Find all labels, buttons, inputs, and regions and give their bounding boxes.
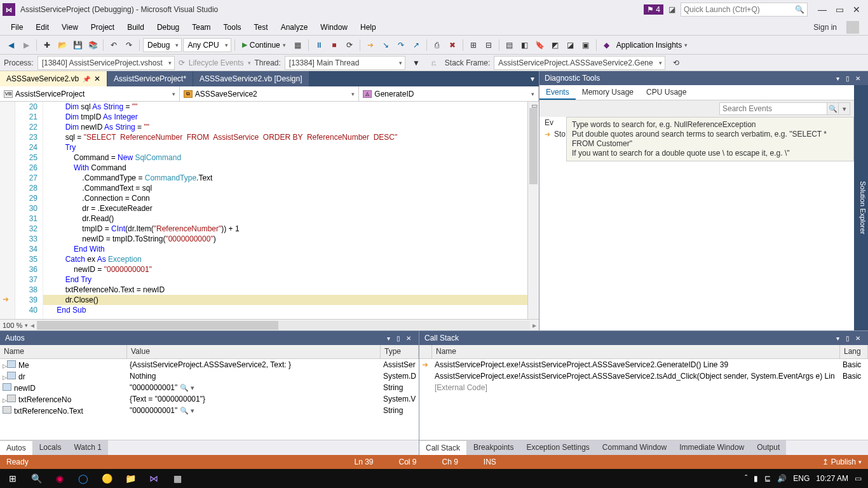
tray-battery-icon[interactable]: ▮ [754,474,758,483]
code-editor[interactable]: ➜ 20212223242526272829303132333435363738… [0,102,539,319]
search-icon[interactable]: 🔍 [827,102,839,115]
menu-window[interactable]: Window [315,21,353,34]
system-tray[interactable]: ˆ ▮ ⊑ 🔊 ENG 10:27 AM ▭ [740,474,867,483]
diag-search-input[interactable] [719,102,827,115]
task-visualstudio[interactable]: ⋈ [142,470,165,487]
menu-edit[interactable]: Edit [30,21,55,34]
lifecycle-label[interactable]: Lifecycle Events [189,58,244,67]
thread-dropdown[interactable]: [13384] Main Thread [285,56,405,70]
tray-network-icon[interactable]: ⊑ [764,474,771,483]
panel-pin-button[interactable]: ▯ [843,75,853,82]
lifecycle-icon[interactable]: ⟳ [179,58,185,67]
menu-tools[interactable]: Tools [218,21,247,34]
panel-menu-button[interactable]: ▾ [832,75,843,82]
zoom-level[interactable]: 100 % [3,322,22,329]
tb-misc-5[interactable]: ◩ [548,38,562,52]
continue-button[interactable]: ▶Continue▾ [238,38,290,52]
editor-vscrollbar[interactable]: ▭ [527,102,539,319]
tab-asssaveservice2[interactable]: ASSSaveService2.vb📌✕ [0,71,107,86]
save-button[interactable]: 💾 [71,38,85,52]
search-button[interactable]: 🔍 [25,470,48,487]
bp-tab-immediate[interactable]: Immediate Window [673,440,750,455]
panel-menu-button[interactable]: ▾ [383,335,393,342]
task-app-3[interactable]: ▦ [166,470,189,487]
platform-dropdown[interactable]: Any CPU [183,38,231,52]
nav-back-button[interactable]: ◀ [4,38,18,52]
tray-notifications-icon[interactable]: ▭ [855,474,862,483]
stackframe-row[interactable]: ➜AssistServiceProject.exe!AssistServiceP… [419,359,868,370]
quick-launch-input[interactable]: 🔍 [681,3,808,17]
col-type[interactable]: Type [381,345,419,358]
col-name[interactable]: Name [0,345,127,358]
panel-pin-button[interactable]: ▯ [393,335,403,342]
tab-overflow-button[interactable]: ▾ [526,71,539,86]
scroll-right[interactable]: ▸ [532,321,536,330]
stop-button[interactable]: ■ [327,38,341,52]
tb-misc-7[interactable]: ▣ [579,38,593,52]
panel-pin-button[interactable]: ▯ [843,335,853,342]
tab-asssaveservice2-design[interactable]: ASSSaveService2.vb [Design] [193,71,309,86]
task-app-2[interactable]: ◯ [72,470,95,487]
stackframe-row[interactable]: AssistServiceProject.exe!AssistServicePr… [419,370,868,382]
tray-volume-icon[interactable]: 🔊 [777,474,787,483]
variable-row[interactable]: ▷drNothingSystem.D [0,370,419,382]
intellitrace-button[interactable]: ⎙ [430,38,444,52]
breakpoint-gutter[interactable]: ➜ [0,102,15,319]
bp-tab-breakpoints[interactable]: Breakpoints [467,440,520,455]
nav-fwd-button[interactable]: ▶ [19,38,33,52]
new-project-button[interactable]: ✚ [40,38,54,52]
panel-close-button[interactable]: ✕ [853,335,863,342]
process-dropdown[interactable]: [13840] AssistServiceProject.vshost [37,56,175,70]
show-next-stmt-button[interactable]: ➜ [363,38,377,52]
tray-time[interactable]: 10:27 AM [816,474,848,483]
solution-explorer-tab[interactable]: Solution Explorer [854,85,868,330]
undo-button[interactable]: ↶ [107,38,121,52]
hscroll-track[interactable] [37,321,530,330]
panel-close-button[interactable]: ✕ [853,75,863,82]
menu-help[interactable]: Help [355,21,382,34]
project-combo[interactable]: VBAssistServiceProject [0,86,180,101]
diag-tab-events[interactable]: Events [539,85,576,100]
diag-tab-memory[interactable]: Memory Usage [576,85,640,100]
bookmark-button[interactable]: 🔖 [533,38,547,52]
pin-icon[interactable]: 📌 [83,76,90,83]
tab-close-icon[interactable]: ✕ [94,74,100,83]
filter-icon[interactable]: ▼ [409,56,423,70]
threads-icon[interactable]: ⎌ [427,56,441,70]
tab-assistserviceproject[interactable]: AssistServiceProject* [107,71,193,86]
class-combo[interactable]: ⧉ASSSaveService2 [180,86,360,101]
save-all-button[interactable]: 📚 [86,38,100,52]
close-button[interactable]: ✕ [853,4,860,15]
pause-button[interactable]: ⏸ [312,38,326,52]
bp-tab-callstack[interactable]: Call Stack [419,440,467,455]
menu-view[interactable]: View [56,21,84,34]
scroll-left[interactable]: ◂ [31,321,34,330]
menu-team[interactable]: Team [186,21,216,34]
variable-row[interactable]: ▷Me{AssistServiceProject.ASSSaveService2… [0,359,419,370]
restart-button[interactable]: ⟳ [342,38,356,52]
diag-tab-cpu[interactable]: CPU Usage [640,85,693,100]
menu-analyze[interactable]: Analyze [275,21,314,34]
panel-close-button[interactable]: ✕ [403,335,414,342]
variable-row[interactable]: ▷txtReferenceNo{Text = "0000000001"}Syst… [0,393,419,405]
hot-reload-button[interactable]: ✖ [445,38,459,52]
insights-icon[interactable]: ◆ [600,38,614,52]
minimize-button[interactable]: — [818,4,827,15]
menu-build[interactable]: Build [121,21,150,34]
open-button[interactable]: 📂 [55,38,69,52]
bp-tab-autos[interactable]: Autos [0,440,33,455]
col-name[interactable]: Name [432,345,840,358]
variable-row[interactable]: txtReferenceNo.Text"0000000001"🔍 ▾String [0,405,419,416]
bp-tab-watch1[interactable]: Watch 1 [67,440,108,455]
task-explorer[interactable]: 📁 [119,470,142,487]
code-area[interactable]: Dim sql As String = "" Dim tmpID As Inte… [43,102,527,319]
bp-tab-command[interactable]: Command Window [596,440,673,455]
stackframe-row[interactable]: [External Code] [419,382,868,393]
step-into-button[interactable]: ↘ [379,38,393,52]
task-chrome[interactable]: 🟡 [95,470,118,487]
sign-in-link[interactable]: Sign in [808,21,859,34]
bp-tab-exception[interactable]: Exception Settings [520,440,595,455]
maximize-button[interactable]: ▭ [836,4,844,15]
hscroll-thumb[interactable] [37,321,278,330]
config-dropdown[interactable]: Debug [143,38,182,52]
